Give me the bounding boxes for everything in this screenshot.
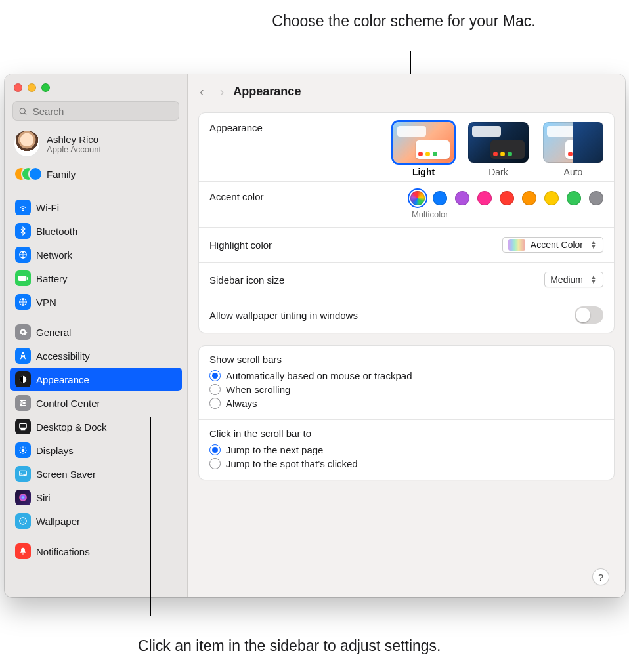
bell-icon: [15, 543, 31, 559]
svg-point-17: [22, 449, 25, 452]
svg-rect-16: [21, 429, 26, 430]
sidebar-item-wi-fi[interactable]: Wi-Fi: [10, 196, 182, 219]
highlight-swatch-icon: [508, 239, 525, 251]
back-button[interactable]: ‹: [200, 84, 204, 99]
sidebar-item-bluetooth[interactable]: Bluetooth: [10, 219, 182, 243]
highlight-color-popup[interactable]: Accent Color ▲▼: [502, 237, 603, 253]
sidebar-item-battery[interactable]: Battery: [10, 266, 182, 290]
sidebar-item-label: Notifications: [36, 546, 90, 557]
sidebar-item-label: Screen Saver: [36, 469, 96, 480]
chevron-updown-icon: ▲▼: [588, 239, 599, 251]
sidebar-item-label: Desktop & Dock: [36, 421, 107, 432]
radio-icon: [209, 384, 221, 395]
radio-icon: [209, 370, 221, 381]
accent-color-red[interactable]: [500, 191, 514, 205]
siri-icon: [15, 490, 31, 505]
help-button[interactable]: ?: [592, 568, 609, 585]
sidebar-item-label: Network: [36, 249, 72, 261]
sidebar-item-accessibility[interactable]: Accessibility: [10, 344, 182, 368]
search-input[interactable]: [32, 105, 173, 117]
sidebar-item-displays[interactable]: Displays: [10, 438, 182, 462]
svg-line-23: [25, 452, 26, 453]
sidebar-item-wallpaper[interactable]: Wallpaper: [10, 509, 182, 533]
scroll-click-option-1[interactable]: Jump to the spot that’s clicked: [209, 457, 603, 471]
sidebar-icon-size-popup[interactable]: Medium ▲▼: [544, 272, 603, 287]
wallpaper-tinting-label: Allow wallpaper tinting in windows: [209, 310, 358, 321]
scroll-behavior-panel: Show scroll bars Automatically based on …: [198, 345, 615, 480]
sidebar-item-desktop-dock[interactable]: Desktop & Dock: [10, 415, 182, 438]
battery-icon: [15, 270, 31, 286]
system-settings-window: Ashley Rico Apple Account Family Wi-FiBl…: [5, 74, 625, 597]
page-title: Appearance: [233, 85, 301, 98]
wallpaper-tinting-toggle[interactable]: [575, 306, 603, 324]
svg-point-29: [21, 520, 22, 521]
svg-point-0: [20, 108, 25, 113]
minimize-window-button[interactable]: [28, 83, 36, 92]
search-icon: [18, 106, 28, 116]
appearance-theme-dark[interactable]: Dark: [468, 122, 529, 177]
sidebar-item-appearance[interactable]: Appearance: [10, 368, 182, 391]
sidebar-item-label: Control Center: [36, 398, 100, 409]
svg-point-28: [20, 518, 27, 525]
accent-color-pink[interactable]: [477, 191, 492, 205]
sidebar-item-siri[interactable]: Siri: [10, 486, 182, 509]
chevron-updown-icon: ▲▼: [588, 274, 599, 285]
scroll-click-title: Click in the scroll bar to: [209, 428, 603, 439]
wallpaper-icon: [15, 513, 31, 529]
appearance-theme-auto[interactable]: Auto: [543, 122, 603, 177]
show-scroll-bars-option-1[interactable]: When scrolling: [209, 383, 603, 396]
sidebar-item-notifications[interactable]: Notifications: [10, 539, 182, 563]
appearance-icon: [15, 371, 31, 387]
sidebar-item-general[interactable]: General: [10, 320, 182, 344]
theme-label: Dark: [488, 167, 508, 177]
sidebar-item-label: Wallpaper: [36, 516, 80, 527]
svg-line-25: [25, 448, 26, 448]
accent-color-purple[interactable]: [455, 191, 469, 205]
sliders-icon: [15, 395, 31, 411]
accent-color-graphite[interactable]: [589, 191, 603, 205]
accessibility-icon: [15, 348, 31, 364]
accent-color-green[interactable]: [567, 191, 581, 205]
radio-label: Always: [226, 398, 257, 409]
highlight-color-label: Highlight color: [209, 240, 272, 251]
accent-color-multicolor[interactable]: [410, 191, 425, 205]
gear-icon: [15, 324, 31, 340]
sidebar-item-label: VPN: [36, 297, 56, 308]
family-row[interactable]: Family: [5, 159, 187, 190]
sidebar-item-control-center[interactable]: Control Center: [10, 391, 182, 415]
search-field[interactable]: [12, 101, 179, 121]
svg-line-24: [20, 452, 21, 453]
show-scroll-bars-option-0[interactable]: Automatically based on mouse or trackpad: [209, 369, 603, 383]
show-scroll-bars-option-2[interactable]: Always: [209, 396, 603, 410]
avatar: [14, 131, 40, 157]
radio-icon: [209, 458, 221, 469]
screensaver-icon: [15, 466, 31, 482]
svg-rect-4: [18, 276, 27, 281]
svg-point-7: [22, 352, 24, 354]
close-window-button[interactable]: [14, 83, 22, 92]
titlebar: ‹ › Appearance: [188, 74, 625, 108]
sidebar-item-screen-saver[interactable]: Screen Saver: [10, 462, 182, 486]
accent-color-blue[interactable]: [433, 191, 447, 205]
theme-preview-icon: [393, 122, 454, 163]
sidebar-item-label: Appearance: [36, 374, 89, 385]
svg-point-14: [20, 404, 22, 406]
sidebar-item-network[interactable]: Network: [10, 243, 182, 266]
accent-color-orange[interactable]: [522, 191, 536, 205]
radio-label: Jump to the next page: [226, 444, 323, 455]
sidebar-item-vpn[interactable]: VPN: [10, 290, 182, 314]
radio-label: When scrolling: [226, 384, 290, 395]
appearance-theme-light[interactable]: Light: [393, 122, 454, 177]
svg-line-1: [25, 113, 26, 114]
highlight-color-value: Accent Color: [531, 240, 583, 250]
accent-colors: [410, 191, 603, 205]
fullscreen-window-button[interactable]: [41, 83, 50, 92]
scroll-click-option-0[interactable]: Jump to the next page: [209, 443, 603, 457]
sidebar-item-label: Battery: [36, 273, 68, 284]
sidebar-icon-size-value: Medium: [550, 274, 583, 285]
accent-color-yellow[interactable]: [544, 191, 559, 205]
radio-icon: [209, 398, 221, 409]
radio-label: Jump to the spot that’s clicked: [226, 458, 358, 469]
forward-button[interactable]: ›: [220, 84, 225, 99]
apple-account-row[interactable]: Ashley Rico Apple Account: [5, 129, 187, 159]
